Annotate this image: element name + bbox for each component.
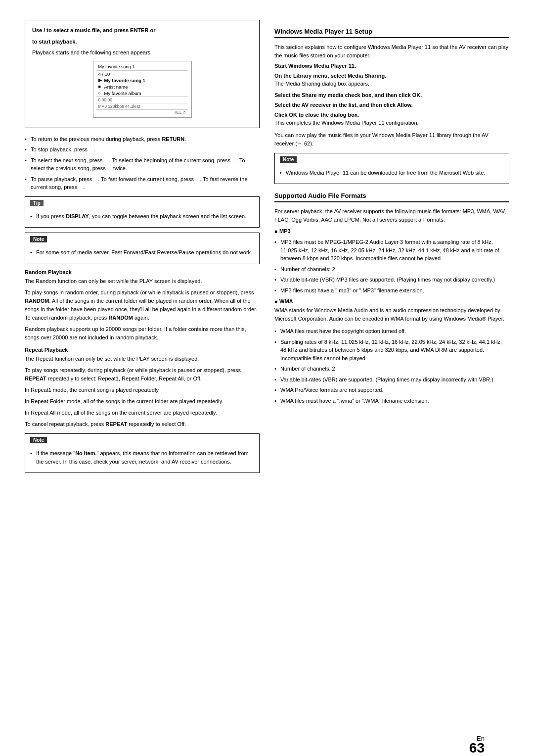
- note-box-2: Note If the message "No Item." appears, …: [25, 433, 260, 473]
- note-box-1: Note For some sort of media server, Fast…: [25, 233, 260, 264]
- wmp-heading: Windows Media Player 11 Setup: [274, 28, 509, 38]
- screen-song-name: My favorite song 1: [104, 78, 145, 83]
- mp3-list: MP3 files must be MPEG-1/MPEG-2 Audio La…: [274, 238, 509, 294]
- step-2-body: The Media Sharing dialog box appears.: [274, 81, 369, 87]
- step-5-bold: Click OK to close the dialog box.: [274, 112, 509, 118]
- step-2-bold: On the Library menu, select Media Sharin…: [274, 73, 509, 79]
- wma-heading: WMA: [274, 298, 509, 304]
- formats-heading: Supported Audio File Formats: [274, 192, 509, 202]
- screen-title: My favorite song 1: [96, 63, 188, 71]
- wma-item-4: Variable bit-rates (VBR) are supported. …: [274, 376, 509, 384]
- mp3-item-2: Number of channels: 2: [274, 265, 509, 274]
- wmp-note-box: Note Windows Media Player 11 can be down…: [274, 153, 509, 185]
- repeat-para-5: In Repeat All mode, all of the songs on …: [25, 409, 260, 417]
- right-column: Windows Media Player 11 Setup This secti…: [274, 20, 509, 478]
- tip-label: Tip: [30, 200, 44, 206]
- wma-list: WMA files must have the copyright option…: [274, 327, 509, 405]
- bullet-next: To select the next song, press . To sele…: [25, 156, 260, 173]
- screen-row-3: ○ My favorite album: [96, 90, 188, 96]
- box-instruction: Use / to select a music file, and press …: [25, 20, 260, 128]
- repeat-para-1: The Repeat function can only be set whil…: [25, 355, 260, 363]
- mp3-item-4: MP3 files must have a ".mp3" or ".MP3" f…: [274, 286, 509, 295]
- screen-artist-name: Artist name: [104, 84, 128, 90]
- wma-intro: WMA stands for Windows Media Audio and i…: [274, 306, 509, 323]
- page-container: Use / to select a music file, and press …: [25, 20, 509, 478]
- wmp-intro: This section explains how to configure W…: [274, 43, 509, 60]
- random-para-1: The Random function can only be set whil…: [25, 277, 260, 285]
- step-4: Select the AV receiver in the list, and …: [274, 102, 509, 108]
- mp3-heading: MP3: [274, 228, 509, 234]
- page-wrapper: Use / to select a music file, and press …: [25, 20, 509, 756]
- instruction-line1: Use / to select a music file, and press …: [32, 27, 155, 33]
- repeat-para-2: To play songs repeatedly, during playbac…: [25, 366, 260, 383]
- playback-bullets: To return to the previous menu during pl…: [25, 135, 260, 191]
- screen-repeat: ALL ↺: [96, 109, 188, 115]
- step-5: Click OK to close the dialog box. This c…: [274, 112, 509, 127]
- tip-item-1: If you press DISPLAY, you can toggle bet…: [30, 212, 254, 221]
- random-para-3: Random playback supports up to 20000 son…: [25, 325, 260, 342]
- step-4-bold: Select the AV receiver in the list, and …: [274, 102, 509, 108]
- wma-item-6: WMA files must have a ".wma" or ".WMA" f…: [274, 397, 509, 405]
- mp3-item-1: MP3 files must be MPEG-1/MPEG-2 Audio La…: [274, 238, 509, 263]
- random-heading: Random Playback: [25, 269, 260, 275]
- screen-format: MP3 128kbps 44.1kHz: [96, 103, 188, 109]
- wmp-note-label: Note: [280, 156, 297, 163]
- play-icon: ▶: [98, 78, 102, 83]
- note-label-2: Note: [30, 437, 47, 443]
- page-number: 63: [469, 740, 485, 756]
- screen-time: 0:00:00: [96, 96, 188, 103]
- screen-counter: 4 / 10: [96, 71, 188, 77]
- formats-intro: For server playback, the AV receiver sup…: [274, 207, 509, 224]
- instruction-line2: to start playback.: [32, 38, 252, 46]
- screen-row-2: ■ Artist name: [96, 84, 188, 90]
- step-2: On the Library menu, select Media Sharin…: [274, 73, 509, 88]
- bullet-pause: To pause playback, press . To fast forwa…: [25, 175, 260, 191]
- screen-album-name: My favorite album: [104, 91, 141, 96]
- note-list-2: If the message "No Item." appears, this …: [30, 449, 254, 466]
- bullet-stop: To stop playback, press .: [25, 145, 260, 154]
- album-icon: ○: [98, 91, 102, 95]
- step-1-bold: Start Windows Media Player 11.: [274, 63, 509, 69]
- wma-item-1: WMA files must have the copyright option…: [274, 327, 509, 335]
- wma-item-3: Number of channels: 2: [274, 365, 509, 373]
- repeat-para-3: In Repeat1 mode, the current song is pla…: [25, 386, 260, 394]
- mp3-item-3: Variable bit-rate (VBR) MP3 files are su…: [274, 276, 509, 284]
- step-3: Select the Share my media check box, and…: [274, 92, 509, 98]
- note-item-2: If the message "No Item." appears, this …: [30, 449, 254, 466]
- repeat-para-4: In Repeat Folder mode, all of the songs …: [25, 397, 260, 406]
- note-label-1: Note: [30, 236, 47, 242]
- stop-icon: ■: [98, 84, 102, 89]
- screen-mockup: My favorite song 1 4 / 10 ▶ My favorite …: [93, 61, 192, 118]
- screen-row-1: ▶ My favorite song 1: [96, 77, 188, 84]
- step-1: Start Windows Media Player 11.: [274, 63, 509, 69]
- left-column: Use / to select a music file, and press …: [25, 20, 260, 478]
- repeat-para-6: To cancel repeat playback, press REPEAT …: [25, 420, 260, 428]
- note-list-1: For some sort of media server, Fast Forw…: [30, 248, 254, 257]
- step-3-bold: Select the Share my media check box, and…: [274, 92, 509, 98]
- tip-list: If you press DISPLAY, you can toggle bet…: [30, 212, 254, 221]
- tip-box: Tip If you press DISPLAY, you can toggle…: [25, 196, 260, 228]
- wma-item-2: Sampling rates of 8 kHz, 11.025 kHz, 12 …: [274, 338, 509, 363]
- wmp-closing: You can now play the music files in your…: [274, 131, 509, 148]
- wma-item-5: WMA Pro/Voice formats are not supported.: [274, 386, 509, 394]
- repeat-heading: Repeat Playback: [25, 347, 260, 353]
- wmp-note-item: Windows Media Player 11 can be downloade…: [280, 169, 504, 177]
- note-item-1: For some sort of media server, Fast Forw…: [30, 248, 254, 257]
- bullet-return: To return to the previous menu during pl…: [25, 135, 260, 143]
- step-5-body: This completes the Windows Media Player …: [274, 119, 509, 127]
- random-para-2: To play songs in random order, during pl…: [25, 288, 260, 322]
- wmp-note-list: Windows Media Player 11 can be downloade…: [280, 169, 504, 177]
- instruction-line3: Playback starts and the following screen…: [32, 48, 252, 57]
